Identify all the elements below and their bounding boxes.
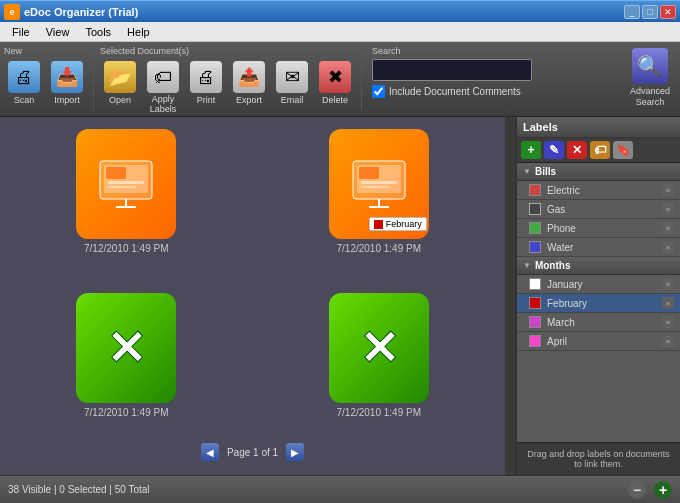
scan-label: Scan [14,95,35,105]
advanced-search-button[interactable]: 🔍 AdvancedSearch [624,46,676,112]
import-icon: 📥 [51,61,83,93]
doc-thumb-1 [76,129,176,239]
search-input[interactable] [372,59,532,81]
include-comments-label: Include Document Comments [389,86,521,97]
add-label-button[interactable]: + [521,141,541,159]
electric-label: Electric [547,185,656,196]
delete-label-button[interactable]: ✕ [567,141,587,159]
doc-timestamp-4: 7/12/2010 1:49 PM [336,407,421,418]
phone-handle: ≡ [662,222,674,234]
svg-rect-2 [106,167,126,179]
print-button[interactable]: 🖨 Print [186,59,226,107]
february-color [529,297,541,309]
menu-view[interactable]: View [38,24,78,40]
advanced-search-icon: 🔍 [632,48,668,84]
email-label: Email [281,95,304,105]
category-bills[interactable]: ▼ Bills [517,163,680,181]
delete-button[interactable]: ✖ Delete [315,59,355,107]
gas-label: Gas [547,204,656,215]
svg-rect-3 [108,181,144,184]
toolbar-new-label: New [4,46,87,56]
label-march[interactable]: March ≡ [517,313,680,332]
presentation-icon-2 [349,157,409,212]
menu-help[interactable]: Help [119,24,158,40]
menu-file[interactable]: File [4,24,38,40]
doc-thumb-4: ✕ [329,293,429,403]
include-comments-checkbox[interactable] [372,85,385,98]
toolbar-new-buttons: 🖨 Scan 📥 Import [4,59,87,112]
import-button[interactable]: 📥 Import [47,59,87,107]
apply-labels-button[interactable]: 🏷 ApplyLabels [143,59,183,117]
doc-grid-scrollbar[interactable] [505,117,515,475]
doc-timestamp-2: 7/12/2010 1:49 PM [336,243,421,254]
remove-doc-button[interactable]: − [628,481,646,499]
toolbar-selected-section: Selected Document(s) 📂 Open 🏷 ApplyLabel… [100,46,355,112]
title-bar-left: e eDoc Organizer (Trial) [4,4,138,20]
toolbar-new-section: New 🖨 Scan 📥 Import [4,46,87,112]
open-button[interactable]: 📂 Open [100,59,140,107]
main-content: 7/12/2010 1:49 PM [0,117,680,475]
edit-label-button[interactable]: ✎ [544,141,564,159]
svg-text:✕: ✕ [359,322,399,375]
apply-labels-label: ApplyLabels [150,95,177,115]
minimize-button[interactable]: _ [624,5,640,19]
label-gas[interactable]: Gas ≡ [517,200,680,219]
svg-text:✕: ✕ [106,322,146,375]
february-handle: ≡ [662,297,674,309]
march-label: March [547,317,656,328]
label-phone[interactable]: Phone ≡ [517,219,680,238]
bills-category-label: Bills [535,166,556,177]
export-button[interactable]: 📤 Export [229,59,269,107]
months-arrow: ▼ [523,261,531,270]
labels-panel-header: Labels [517,117,680,138]
presentation-icon-1 [96,157,156,212]
doc-item-4[interactable]: ✕ 7/12/2010 1:49 PM [261,289,498,437]
menu-tools[interactable]: Tools [77,24,119,40]
doc-item-2[interactable]: February 7/12/2010 1:49 PM [261,125,498,273]
svg-rect-11 [361,186,389,188]
svg-rect-4 [108,186,136,188]
electric-handle: ≡ [662,184,674,196]
status-text: 38 Visible | 0 Selected | 50 Total [8,484,150,495]
search-label: Search [372,46,616,56]
electric-color [529,184,541,196]
labels-toolbar: + ✎ ✕ 🏷 🔖 [517,138,680,163]
water-handle: ≡ [662,241,674,253]
spreadsheet-icon-2: ✕ [349,318,409,378]
doc-thumb-bg-4: ✕ [329,293,429,403]
prev-page-button[interactable]: ◀ [201,443,219,461]
toolbar-selected-label: Selected Document(s) [100,46,355,56]
april-handle: ≡ [662,335,674,347]
january-color [529,278,541,290]
doc-thumb-2: February [329,129,429,239]
untag-label-button[interactable]: 🔖 [613,141,633,159]
march-handle: ≡ [662,316,674,328]
january-handle: ≡ [662,278,674,290]
delete-label: Delete [322,95,348,105]
scan-icon: 🖨 [8,61,40,93]
maximize-button[interactable]: □ [642,5,658,19]
gas-color [529,203,541,215]
close-button[interactable]: ✕ [660,5,676,19]
email-button[interactable]: ✉ Email [272,59,312,107]
add-doc-button[interactable]: + [654,481,672,499]
toolbar-separator-1 [93,48,94,110]
label-april[interactable]: April ≡ [517,332,680,351]
april-label: April [547,336,656,347]
next-page-button[interactable]: ▶ [286,443,304,461]
doc-timestamp-3: 7/12/2010 1:49 PM [84,407,169,418]
label-water[interactable]: Water ≡ [517,238,680,257]
doc-item-3[interactable]: ✕ 7/12/2010 1:49 PM [8,289,245,437]
scan-button[interactable]: 🖨 Scan [4,59,44,107]
category-months[interactable]: ▼ Months [517,257,680,275]
label-color-dot-2 [374,220,383,229]
label-text-2: February [386,219,422,229]
menu-bar: File View Tools Help [0,22,680,42]
label-january[interactable]: January ≡ [517,275,680,294]
tag-label-button[interactable]: 🏷 [590,141,610,159]
app-icon: e [4,4,20,20]
label-february[interactable]: February ≡ [517,294,680,313]
label-electric[interactable]: Electric ≡ [517,181,680,200]
app-title: eDoc Organizer (Trial) [24,6,138,18]
doc-item-1[interactable]: 7/12/2010 1:49 PM [8,125,245,273]
